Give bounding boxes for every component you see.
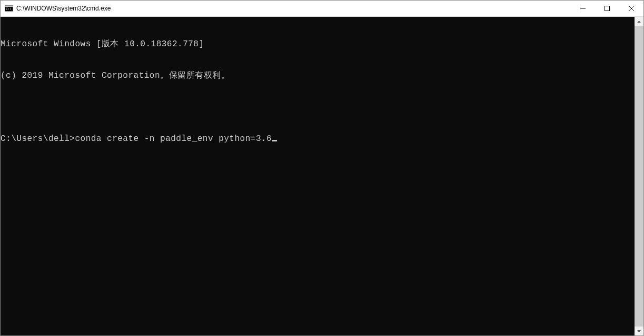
scroll-up-button[interactable] — [635, 17, 643, 26]
minimize-button[interactable] — [571, 1, 595, 16]
scrollbar-track[interactable] — [635, 26, 643, 327]
cmd-icon: C:\ — [5, 4, 13, 13]
terminal-output[interactable]: Microsoft Windows [版本 10.0.18362.778] (c… — [1, 17, 635, 335]
window-title: C:\WINDOWS\system32\cmd.exe — [16, 5, 571, 12]
terminal-text: C:\Users\dell>conda create -n paddle_env… — [1, 134, 272, 144]
terminal-line: Microsoft Windows [版本 10.0.18362.778] — [1, 39, 635, 49]
svg-rect-4 — [605, 6, 610, 11]
terminal-command-line: C:\Users\dell>conda create -n paddle_env… — [1, 134, 635, 144]
titlebar-buttons — [571, 1, 643, 16]
terminal-line: (c) 2019 Microsoft Corporation。保留所有权利。 — [1, 70, 635, 81]
vertical-scrollbar[interactable] — [635, 17, 643, 335]
titlebar[interactable]: C:\ C:\WINDOWS\system32\cmd.exe — [1, 1, 643, 17]
scroll-down-button[interactable] — [635, 327, 643, 335]
terminal-wrapper: Microsoft Windows [版本 10.0.18362.778] (c… — [1, 17, 643, 335]
svg-text:C:\: C:\ — [6, 7, 12, 11]
close-button[interactable] — [619, 1, 643, 16]
maximize-button[interactable] — [595, 1, 619, 16]
svg-marker-7 — [637, 21, 641, 23]
cmd-window: C:\ C:\WINDOWS\system32\cmd.exe — [0, 0, 644, 336]
svg-marker-8 — [637, 330, 641, 332]
scrollbar-thumb[interactable] — [635, 26, 643, 327]
terminal-line — [1, 102, 635, 113]
cursor — [272, 140, 277, 141]
